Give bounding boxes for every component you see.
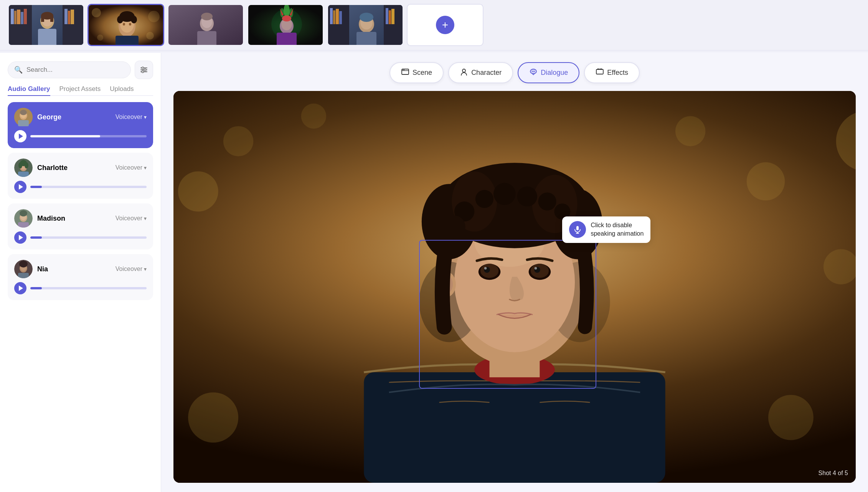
- filmstrip-thumb-1[interactable]: [8, 4, 84, 46]
- svg-rect-52: [336, 9, 339, 24]
- voice-progress-nia: [14, 282, 147, 294]
- svg-rect-54: [386, 8, 388, 24]
- plus-icon: +: [436, 16, 454, 34]
- svg-rect-98: [596, 69, 603, 74]
- svg-point-147: [517, 187, 537, 206]
- filmstrip-thumb-3[interactable]: [167, 4, 244, 46]
- character-icon: [460, 68, 468, 78]
- svg-rect-9: [64, 9, 68, 24]
- svg-point-119: [675, 116, 706, 146]
- voice-card-george[interactable]: George Voiceover ▾: [8, 102, 153, 148]
- svg-point-77: [25, 162, 28, 168]
- svg-point-92: [462, 69, 465, 72]
- voice-progress-madison: [14, 231, 147, 244]
- svg-point-20: [148, 11, 160, 22]
- svg-point-105: [178, 171, 218, 211]
- avatar-charlotte: [14, 158, 33, 177]
- add-shot-button[interactable]: +: [407, 4, 484, 46]
- voice-header-george: George Voiceover ▾: [14, 108, 147, 126]
- voice-card-nia[interactable]: Nia Voiceover ▾: [8, 254, 153, 300]
- svg-rect-8: [24, 9, 27, 24]
- voice-type-madison: Voiceover ▾: [116, 215, 147, 222]
- svg-rect-7: [21, 12, 23, 24]
- face-selection-box[interactable]: [419, 240, 596, 389]
- svg-rect-4: [11, 9, 14, 24]
- svg-rect-60: [356, 32, 376, 46]
- tab-project-assets[interactable]: Project Assets: [59, 85, 101, 96]
- tab-scene[interactable]: Scene: [389, 62, 444, 83]
- voice-header-charlotte: Charlotte Voiceover ▾: [14, 158, 147, 177]
- svg-rect-100: [601, 68, 602, 70]
- voice-type-george: Voiceover ▾: [116, 114, 147, 121]
- search-input[interactable]: [26, 66, 124, 74]
- svg-point-64: [142, 67, 144, 69]
- tab-audio-gallery[interactable]: Audio Gallery: [8, 85, 50, 96]
- svg-point-114: [188, 392, 238, 442]
- chevron-icon-madison[interactable]: ▾: [144, 215, 147, 221]
- tab-uploads[interactable]: Uploads: [110, 85, 134, 96]
- progress-bar-nia[interactable]: [30, 287, 147, 289]
- filter-button[interactable]: [135, 61, 153, 79]
- svg-point-70: [20, 110, 27, 115]
- chevron-icon-nia[interactable]: ▾: [144, 266, 147, 272]
- svg-point-59: [360, 13, 373, 22]
- filmstrip-thumb-5[interactable]: [327, 4, 404, 46]
- chevron-icon-george[interactable]: ▾: [144, 114, 147, 120]
- svg-rect-6: [17, 10, 20, 24]
- progress-bar-charlotte[interactable]: [30, 186, 147, 188]
- svg-rect-53: [339, 11, 342, 24]
- voice-type-nia: Voiceover ▾: [116, 266, 147, 272]
- voice-name-nia: Nia: [37, 265, 111, 273]
- progress-bar-george[interactable]: [30, 135, 147, 137]
- svg-point-116: [223, 126, 254, 157]
- search-row: 🔍: [8, 61, 153, 79]
- progress-fill-madison: [30, 236, 42, 239]
- svg-point-145: [475, 190, 493, 208]
- svg-rect-11: [71, 10, 74, 24]
- play-button-george[interactable]: [14, 130, 26, 142]
- tab-dialogue[interactable]: Dialogue: [518, 62, 579, 83]
- search-box[interactable]: 🔍: [8, 61, 131, 78]
- svg-rect-152: [576, 226, 579, 230]
- voice-header-madison: Madison Voiceover ▾: [14, 209, 147, 228]
- svg-rect-5: [14, 11, 17, 24]
- progress-fill-george: [30, 135, 100, 137]
- play-button-nia[interactable]: [14, 282, 26, 294]
- main-layout: 🔍 Audio Gallery Project Assets Uploads: [0, 53, 868, 492]
- play-button-charlotte[interactable]: [14, 181, 26, 193]
- play-icon-madison: [19, 235, 23, 240]
- filmstrip-thumb-4[interactable]: [247, 4, 324, 46]
- progress-fill-nia: [30, 287, 42, 289]
- svg-rect-120: [364, 372, 665, 483]
- tab-character[interactable]: Character: [448, 62, 513, 83]
- voice-progress-charlotte: [14, 181, 147, 193]
- svg-point-76: [18, 162, 22, 168]
- chevron-icon-charlotte[interactable]: ▾: [144, 165, 147, 171]
- voice-card-madison[interactable]: Madison Voiceover ▾: [8, 203, 153, 249]
- voice-list: George Voiceover ▾: [8, 102, 153, 484]
- play-button-madison[interactable]: [14, 231, 26, 244]
- dialogue-icon: [529, 68, 538, 78]
- svg-rect-30: [116, 36, 139, 46]
- voice-name-charlotte: Charlotte: [37, 164, 111, 172]
- avatar-george: [14, 108, 33, 126]
- voice-card-charlotte[interactable]: Charlotte Voiceover ▾: [8, 153, 153, 199]
- svg-point-117: [747, 162, 785, 200]
- svg-rect-17: [50, 16, 53, 22]
- play-icon-nia: [19, 286, 23, 291]
- content-area: Scene Character: [161, 53, 868, 492]
- svg-point-21: [146, 32, 154, 40]
- filmstrip-thumb-2[interactable]: [87, 4, 164, 46]
- tab-effects[interactable]: Effects: [584, 62, 640, 83]
- svg-rect-88: [18, 273, 29, 278]
- svg-rect-35: [197, 31, 216, 46]
- svg-rect-10: [68, 11, 70, 24]
- svg-rect-56: [391, 9, 394, 24]
- speaking-tooltip[interactable]: Click to disable speaking animation: [562, 216, 650, 243]
- filmstrip: +: [0, 0, 868, 50]
- main-image-container: Click to disable speaking animation Shot…: [173, 91, 856, 483]
- separator: [0, 50, 868, 53]
- progress-bar-madison[interactable]: [30, 236, 147, 239]
- svg-point-29: [129, 23, 131, 26]
- svg-rect-71: [18, 120, 29, 126]
